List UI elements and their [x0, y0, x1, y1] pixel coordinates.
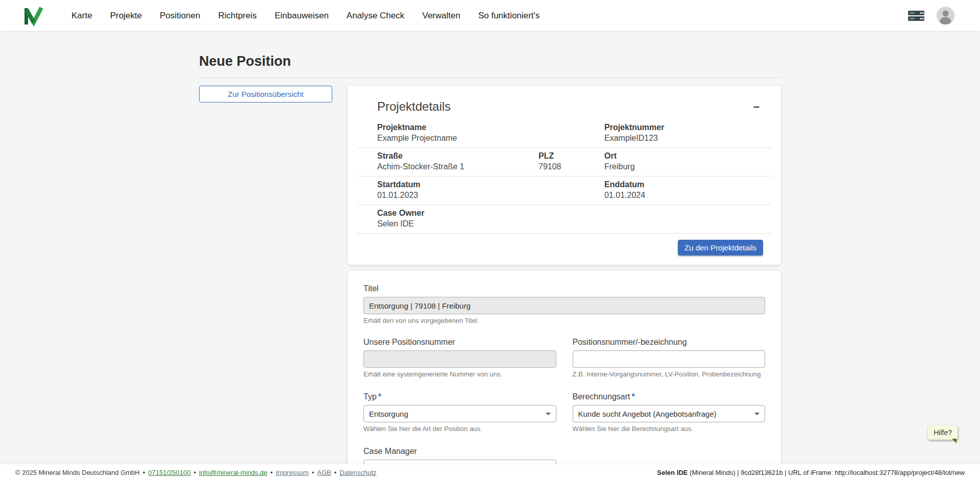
- field-enddatum: Enddatum 01.01.2024: [604, 180, 772, 200]
- typ-select[interactable]: Entsorgung: [363, 405, 556, 422]
- left-column: Zur Positionsübersicht: [199, 86, 332, 103]
- berechnungsart-helper: Wählen Sie hier die Berechnungsart aus.: [573, 425, 766, 433]
- nav-item-analyse-check[interactable]: Analyse Check: [347, 11, 404, 21]
- required-asterisk: *: [631, 392, 634, 401]
- case-manager-label: Case Manager: [363, 446, 556, 457]
- help-button[interactable]: Hilfe?: [928, 425, 958, 440]
- positionsnummer-helper: Z.B. Interne-Vorgangsnummer, LV-Position…: [573, 370, 766, 378]
- copyright-text: © 2025 Mineral Minds Deutschland GmbH: [15, 469, 140, 476]
- footer-session-info: Selen IDE (Mineral Minds) | 9cd28f13621b…: [657, 469, 965, 476]
- field-projektnummer: Projektnummer ExampleID123: [604, 122, 772, 143]
- main-content: Neue Position Zur Positionsübersicht Pro…: [199, 31, 781, 481]
- footer-left: © 2025 Mineral Minds Deutschland GmbH • …: [15, 469, 377, 476]
- titel-input: [363, 297, 765, 314]
- project-card-title: Projektdetails: [377, 99, 451, 114]
- nav-item-so-funktionierts[interactable]: So funktioniert's: [478, 11, 540, 21]
- project-details-table: Projektname Example Projectname Projektn…: [357, 119, 772, 234]
- typ-helper: Wählen Sie hier die Art der Position aus…: [363, 425, 556, 433]
- field-case-owner: Case Owner Selen IDE: [357, 208, 772, 229]
- field-startdatum: Startdatum 01.01.2023: [357, 180, 604, 200]
- footer-link-email[interactable]: info@mineral-minds.de: [199, 469, 267, 476]
- title-divider: [199, 78, 781, 78]
- position-overview-button[interactable]: Zur Positionsübersicht: [199, 86, 332, 103]
- berechnungsart-field: Berechnungsart* Kunde sucht Angebot (Ang…: [573, 392, 766, 433]
- project-details-card: Projektdetails – Projektname Example Pro…: [348, 86, 781, 265]
- unsere-positionsnummer-helper: Erhält eine systemgenerierte Nummer von …: [363, 370, 556, 378]
- new-position-form-card: Titel Erhält den von uns vorgegebenen Ti…: [348, 271, 781, 481]
- navbar-right: [908, 7, 954, 24]
- right-column: Projektdetails – Projektname Example Pro…: [348, 86, 781, 481]
- top-navbar: Karte Projekte Positionen Richtpreis Ein…: [0, 0, 980, 31]
- berechnungsart-label: Berechnungsart*: [573, 392, 766, 402]
- nav-item-karte[interactable]: Karte: [71, 11, 92, 21]
- titel-helper: Erhält den von uns vorgegebenen Titel.: [363, 317, 765, 325]
- berechnungsart-select-value: Kunde sucht Angebot (Angebotsanfrage): [578, 410, 717, 418]
- mineral-minds-logo-icon: [22, 6, 43, 26]
- unsere-positionsnummer-input: [363, 350, 556, 368]
- brand-logo[interactable]: [22, 6, 43, 26]
- nav-item-projekte[interactable]: Projekte: [110, 11, 142, 21]
- field-plz: PLZ 79108: [538, 151, 604, 171]
- user-avatar-icon[interactable]: [937, 7, 954, 24]
- field-ort: Ort Freiburg: [604, 151, 772, 171]
- nav-item-positionen[interactable]: Positionen: [160, 11, 200, 21]
- required-asterisk: *: [378, 392, 381, 401]
- field-strasse: Straße Achim-Stocker-Straße 1: [357, 151, 538, 171]
- positionsnummer-label: Positionsnummer/-bezeichnung: [573, 337, 766, 347]
- typ-field: Typ* Entsorgung Wählen Sie hier die Art …: [363, 392, 556, 433]
- nav-item-verwalten[interactable]: Verwalten: [422, 11, 460, 21]
- field-projektname: Projektname Example Projectname: [357, 122, 604, 143]
- table-row: Case Owner Selen IDE: [357, 205, 772, 234]
- typ-label: Typ*: [363, 392, 556, 402]
- page-title: Neue Position: [199, 53, 781, 70]
- server-icon[interactable]: [908, 10, 924, 21]
- table-row: Straße Achim-Stocker-Straße 1 PLZ 79108 …: [357, 148, 772, 176]
- collapse-card-button[interactable]: –: [752, 99, 761, 114]
- table-row: Projektname Example Projectname Projektn…: [357, 119, 772, 148]
- go-to-project-details-button[interactable]: Zu den Projektdetails: [678, 240, 763, 256]
- unsere-positionsnummer-field: Unsere Positionsnummer Erhält eine syste…: [363, 337, 556, 378]
- footer-link-datenschutz[interactable]: Datenschutz: [339, 469, 376, 476]
- titel-field: Titel Erhält den von uns vorgegebenen Ti…: [363, 284, 765, 325]
- titel-label: Titel: [363, 284, 765, 294]
- typ-select-value: Entsorgung: [369, 410, 408, 418]
- footer-link-agb[interactable]: AGB: [317, 469, 331, 476]
- footer-link-impressum[interactable]: Impressum: [276, 469, 308, 476]
- berechnungsart-select[interactable]: Kunde sucht Angebot (Angebotsanfrage): [573, 405, 766, 422]
- main-nav: Karte Projekte Positionen Richtpreis Ein…: [71, 11, 540, 21]
- unsere-positionsnummer-label: Unsere Positionsnummer: [363, 337, 556, 347]
- positionsnummer-field: Positionsnummer/-bezeichnung Z.B. Intern…: [573, 337, 766, 378]
- nav-item-richtpreis[interactable]: Richtpreis: [218, 11, 257, 21]
- table-row: Startdatum 01.01.2023 Enddatum 01.01.202…: [357, 176, 772, 205]
- positionsnummer-input[interactable]: [573, 350, 766, 368]
- footer-link-phone[interactable]: 07151/250100: [148, 469, 190, 476]
- nav-item-einbauweisen[interactable]: Einbauweisen: [275, 11, 329, 21]
- footer: © 2025 Mineral Minds Deutschland GmbH • …: [0, 464, 980, 481]
